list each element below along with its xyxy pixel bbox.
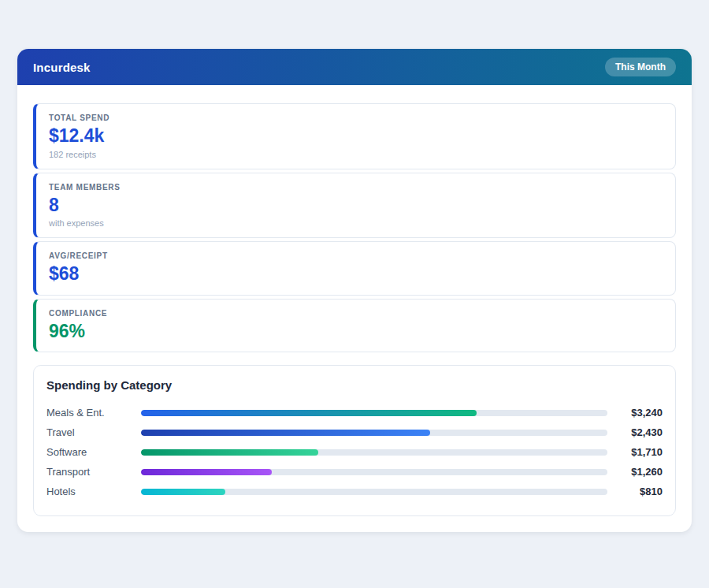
category-value: $1,710 xyxy=(607,446,663,458)
category-row: Transport $1,260 xyxy=(46,462,663,482)
stat-label: AVG/RECEIPT xyxy=(49,251,663,260)
stat-value: $12.4k xyxy=(49,125,663,147)
stat-card-avg-receipt: AVG/RECEIPT $68 xyxy=(33,241,676,296)
bar-track xyxy=(141,410,607,416)
stat-card-team-members: TEAM MEMBERS 8 with expenses xyxy=(33,173,676,239)
category-row: Travel $2,430 xyxy=(46,422,663,442)
bar-fill xyxy=(141,410,477,416)
dashboard-content: TOTAL SPEND $12.4k 182 receipts TEAM MEM… xyxy=(17,85,692,532)
stat-label: COMPLIANCE xyxy=(49,309,663,318)
stat-sub: with expenses xyxy=(49,218,663,228)
bar-track xyxy=(141,489,607,495)
stat-value: 96% xyxy=(49,321,663,343)
stat-value: 8 xyxy=(49,195,663,217)
category-label: Transport xyxy=(46,466,141,478)
bar-fill xyxy=(141,449,318,456)
stat-sub: 182 receipts xyxy=(49,150,663,159)
category-row: Meals & Ent. $3,240 xyxy=(46,403,663,422)
stat-card-total-spend: TOTAL SPEND $12.4k 182 receipts xyxy=(33,103,676,169)
bar-track xyxy=(141,469,607,475)
bar-fill xyxy=(141,489,225,495)
panel-title: Spending by Category xyxy=(46,378,663,392)
bar-fill xyxy=(141,430,430,436)
category-label: Meals & Ent. xyxy=(46,407,141,419)
period-badge[interactable]: This Month xyxy=(605,58,676,76)
stat-label: TOTAL SPEND xyxy=(49,114,663,122)
bar-track xyxy=(141,430,607,436)
category-value: $3,240 xyxy=(607,407,663,419)
category-label: Travel xyxy=(46,426,141,438)
dashboard-card: Incurdesk This Month TOTAL SPEND $12.4k … xyxy=(17,49,692,532)
stat-value: $68 xyxy=(49,263,663,285)
category-label: Hotels xyxy=(46,486,141,497)
bar-track xyxy=(141,449,607,456)
stat-card-compliance: COMPLIANCE 96% xyxy=(33,299,676,353)
category-value: $1,260 xyxy=(607,466,663,478)
category-label: Software xyxy=(46,446,141,458)
app-title: Incurdesk xyxy=(33,61,91,74)
category-row: Software $1,710 xyxy=(46,442,663,462)
stat-label: TEAM MEMBERS xyxy=(49,183,663,192)
app-header: Incurdesk This Month xyxy=(17,49,692,85)
category-value: $2,430 xyxy=(607,426,663,438)
category-row: Hotels $810 xyxy=(46,482,663,501)
category-value: $810 xyxy=(607,486,663,497)
spending-by-category-panel: Spending by Category Meals & Ent. $3,240… xyxy=(33,365,676,516)
bar-fill xyxy=(141,469,272,475)
